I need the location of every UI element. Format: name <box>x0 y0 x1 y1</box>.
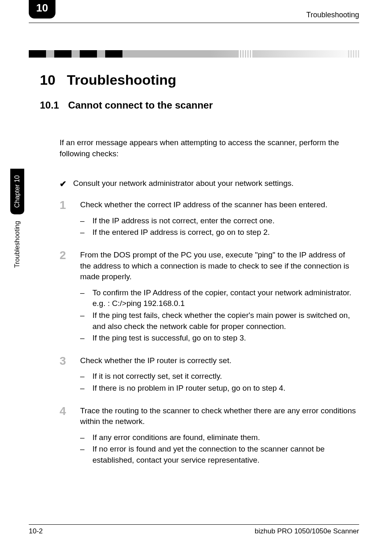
section-heading-number: 10.1 <box>40 100 59 111</box>
step-body: Check whether the correct IP address of … <box>80 199 357 239</box>
list-item: –If it is not correctly set, set it corr… <box>80 371 357 382</box>
chapter-badge: 10 <box>29 0 55 19</box>
header-title: Troubleshooting <box>307 11 359 19</box>
chapter-heading-text: Troubleshooting <box>67 72 176 88</box>
step-body: Check whether the IP router is correctly… <box>80 355 357 395</box>
step-body: Trace the routing to the scanner to chec… <box>80 405 357 467</box>
list-item: –If no error is found and yet the connec… <box>80 444 357 466</box>
prerequisite-text: Consult your network administrator about… <box>73 179 293 188</box>
step-text: Check whether the IP router is correctly… <box>80 356 231 365</box>
section-heading: 10.1 Cannot connect to the scanner <box>40 100 357 111</box>
step-body: From the DOS prompt of the PC you use, e… <box>80 250 357 345</box>
step-text: Trace the routing to the scanner to chec… <box>80 406 356 426</box>
step-2: 2 From the DOS prompt of the PC you use,… <box>60 250 357 345</box>
list-item: –If the IP address is not correct, enter… <box>80 215 357 227</box>
checkmark-icon: ✔ <box>60 179 67 189</box>
chapter-heading-number: 10 <box>40 72 55 88</box>
header-rule <box>29 23 359 23</box>
step-text: From the DOS prompt of the PC you use, e… <box>80 250 349 281</box>
footer: 10-2 bizhub PRO 1050/1050e Scanner <box>29 524 359 535</box>
list-item: –If the entered IP address is correct, g… <box>80 227 357 238</box>
step-3: 3 Check whether the IP router is correct… <box>60 355 357 395</box>
step-text: Check whether the correct IP address of … <box>80 200 327 209</box>
section-heading-text: Cannot connect to the scanner <box>68 100 213 111</box>
prerequisite-row: ✔ Consult your network administrator abo… <box>60 179 357 189</box>
chapter-heading: 10 Troubleshooting <box>40 72 357 88</box>
list-item: –If there is no problem in IP router set… <box>80 383 357 394</box>
decorative-bar <box>29 50 359 58</box>
side-tab: Chapter 10 Troubleshooting <box>7 169 27 268</box>
list-item: –If any error conditions are found, elim… <box>80 432 357 443</box>
list-item: –If the ping test fails, check whether t… <box>80 310 357 332</box>
product-name: bizhub PRO 1050/1050e Scanner <box>255 527 359 535</box>
step-number: 3 <box>60 355 68 367</box>
side-tab-section: Troubleshooting <box>10 221 24 268</box>
footer-rule <box>29 524 359 525</box>
intro-paragraph: If an error message appears when attempt… <box>60 137 357 159</box>
side-tab-chapter: Chapter 10 <box>10 169 24 214</box>
page-number: 10-2 <box>29 527 43 535</box>
step-number: 1 <box>60 199 68 211</box>
list-item: –If the ping test is successful, go on t… <box>80 333 357 344</box>
step-number: 2 <box>60 250 68 261</box>
step-4: 4 Trace the routing to the scanner to ch… <box>60 405 357 467</box>
step-number: 4 <box>60 405 68 417</box>
step-1: 1 Check whether the correct IP address o… <box>60 199 357 239</box>
list-item: –To confirm the IP Address of the copier… <box>80 287 357 309</box>
